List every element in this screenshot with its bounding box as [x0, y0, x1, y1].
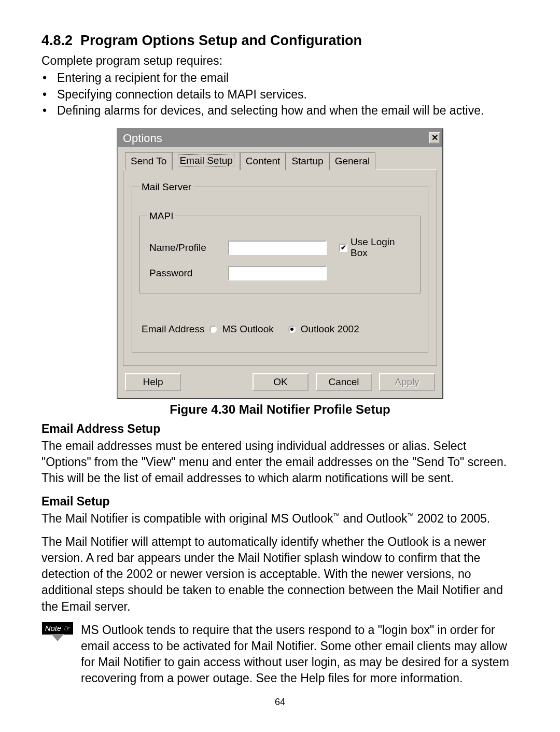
- cancel-button[interactable]: Cancel: [316, 373, 372, 391]
- heading-email-setup: Email Setup: [41, 494, 519, 510]
- note-icon: Note☞: [41, 622, 74, 686]
- hand-icon: ☞: [63, 623, 70, 634]
- tab-content[interactable]: Content: [240, 152, 286, 170]
- radio-outlook-2002[interactable]: [288, 326, 296, 333]
- note-block: Note☞ MS Outlook tends to require that t…: [41, 622, 519, 686]
- tab-startup[interactable]: Startup: [286, 152, 329, 170]
- intro-bullets: Entering a recipient for the email Speci…: [41, 70, 519, 118]
- ok-button[interactable]: OK: [253, 373, 309, 391]
- para-email-setup-2: The Mail Notifier will attempt to automa…: [41, 534, 519, 614]
- name-profile-input[interactable]: [228, 241, 327, 255]
- list-item: Entering a recipient for the email: [57, 70, 519, 86]
- group-mapi: MAPI Name/Profile ✔ Use Login Box Passwo…: [139, 209, 421, 293]
- section-title: Program Options Setup and Configuration: [80, 33, 362, 48]
- para-email-address-setup: The email addresses must be entered usin…: [41, 438, 519, 486]
- label-name-profile: Name/Profile: [149, 241, 222, 255]
- list-item: Defining alarms for devices, and selecti…: [57, 103, 519, 119]
- use-login-box-checkbox[interactable]: ✔ Use Login Box: [339, 237, 397, 259]
- radio-ms-outlook-label: MS Outlook: [222, 322, 273, 336]
- heading-email-address-setup: Email Address Setup: [41, 421, 519, 437]
- group-mail-server: Mail Server MAPI Name/Profile ✔ Use Logi…: [132, 180, 428, 353]
- options-dialog: Options ✕ Send To Email Setup Content St…: [117, 128, 443, 399]
- group-mail-server-legend: Mail Server: [139, 180, 193, 194]
- section-heading: 4.8.2 Program Options Setup and Configur…: [41, 31, 519, 50]
- tab-strip: Send To Email Setup Content Startup Gene…: [118, 147, 442, 170]
- dialog-title: Options: [123, 131, 162, 146]
- tab-email-setup[interactable]: Email Setup: [172, 152, 240, 170]
- radio-ms-outlook[interactable]: [209, 326, 217, 333]
- titlebar: Options ✕: [118, 129, 442, 148]
- checkbox-label: Use Login Box: [351, 237, 397, 259]
- close-button[interactable]: ✕: [429, 132, 440, 144]
- label-email-address: Email Address: [142, 322, 204, 336]
- radio-outlook-2002-label: Outlook 2002: [301, 322, 359, 336]
- list-item: Specifying connection details to MAPI se…: [57, 87, 519, 103]
- group-mapi-legend: MAPI: [147, 209, 175, 223]
- apply-button[interactable]: Apply: [379, 373, 435, 391]
- figure-caption: Figure 4.30 Mail Notifier Profile Setup: [41, 401, 519, 418]
- close-icon: ✕: [431, 134, 438, 142]
- trademark-icon: ™: [408, 513, 414, 520]
- tab-pane: Mail Server MAPI Name/Profile ✔ Use Logi…: [123, 170, 437, 366]
- password-input[interactable]: [228, 266, 327, 280]
- tab-general[interactable]: General: [329, 152, 376, 170]
- para-email-setup-1: The Mail Notifier is compatible with ori…: [41, 511, 519, 527]
- trademark-icon: ™: [333, 513, 340, 520]
- checkbox-icon: ✔: [339, 244, 347, 252]
- note-body: MS Outlook tends to require that the use…: [81, 622, 519, 686]
- label-password: Password: [149, 266, 222, 280]
- page-number: 64: [41, 696, 519, 708]
- dialog-button-row: Help OK Cancel Apply: [118, 371, 442, 398]
- section-number: 4.8.2: [41, 33, 73, 48]
- intro-text: Complete program setup requires:: [41, 53, 519, 69]
- help-button[interactable]: Help: [125, 373, 181, 391]
- tab-send-to[interactable]: Send To: [125, 152, 172, 170]
